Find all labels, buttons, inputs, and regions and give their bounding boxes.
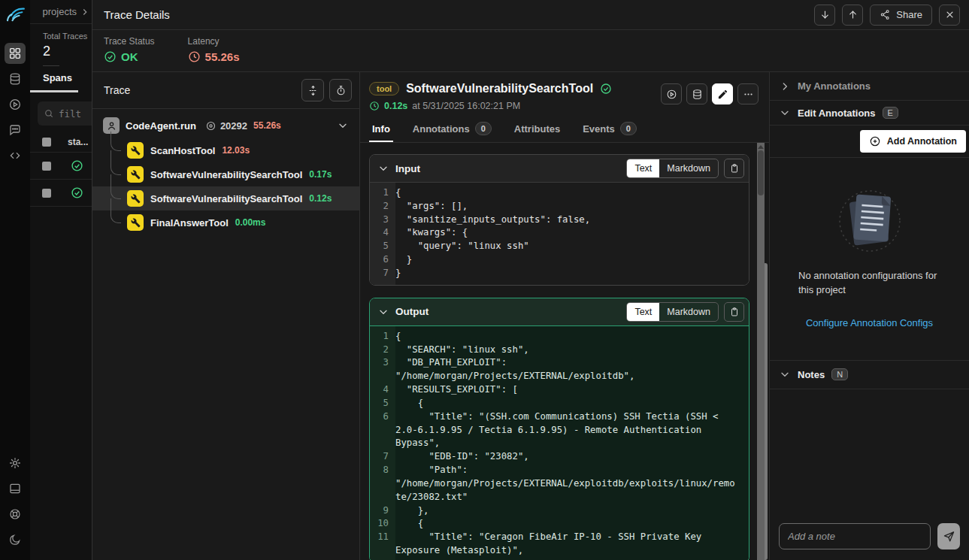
wrench-icon	[131, 146, 141, 156]
span-filter-input[interactable]: filt	[38, 101, 92, 126]
tab-spans[interactable]: Spans	[30, 72, 92, 83]
tab-attributes[interactable]: Attributes	[513, 119, 562, 142]
line-number: 1	[370, 186, 395, 200]
annotate-button[interactable]	[712, 83, 733, 104]
nav-projects[interactable]	[5, 43, 26, 64]
filter-text: filt	[59, 108, 81, 120]
phoenix-logo-icon[interactable]	[4, 5, 26, 27]
close-icon	[944, 9, 955, 20]
clock-icon	[188, 50, 201, 63]
trace-tree-span-FinalAnswerTool[interactable]: FinalAnswerTool0.00ms	[92, 210, 359, 235]
scrollbar-up-arrow[interactable]	[758, 145, 764, 149]
trace-status-bar: Trace Status OK Latency 55.26s	[92, 30, 969, 72]
table-row[interactable]	[30, 153, 92, 180]
line-text: }	[395, 267, 749, 280]
notes-title: Notes	[798, 369, 825, 380]
tab-info[interactable]: Info	[371, 119, 392, 142]
tab-count-badge: 0	[620, 122, 637, 135]
arrow-up-icon	[847, 9, 858, 20]
trace-tree-root-span[interactable]: CodeAgent.run 20292 55.26s	[92, 113, 359, 138]
settings-button[interactable]	[5, 453, 26, 474]
input-copy-button[interactable]	[724, 159, 744, 178]
plus-circle-icon	[869, 135, 881, 147]
send-note-button[interactable]	[937, 523, 960, 549]
note-input[interactable]	[779, 523, 931, 549]
output-text-toggle[interactable]: Text	[627, 303, 659, 321]
total-traces-label: Total Traces	[43, 32, 92, 41]
support-button[interactable]	[5, 504, 26, 525]
next-trace-button[interactable]	[814, 5, 835, 26]
input-card-header: Input Text Markdown	[370, 155, 749, 183]
previous-trace-button[interactable]	[842, 5, 863, 26]
select-all-checkbox[interactable]	[42, 138, 51, 147]
docs-button[interactable]	[5, 478, 26, 499]
tab-label: Annotations	[413, 123, 470, 135]
row-checkbox[interactable]	[42, 162, 51, 171]
edit-annotations-section-header[interactable]: Edit Annotations E	[770, 101, 969, 126]
total-traces-value: 2	[43, 44, 92, 59]
code-line: 2 "SEARCH": "linux ssh",	[370, 344, 749, 357]
scrollbar-thumb[interactable]	[758, 150, 764, 195]
chevron-down-icon[interactable]	[377, 162, 389, 174]
line-text: "SEARCH": "linux ssh",	[395, 344, 749, 357]
line-text: }	[395, 253, 749, 267]
nav-datasets[interactable]	[5, 68, 26, 89]
code-line: 8 "Path": "/home/morgan/Projects/EXTERNA…	[370, 464, 749, 504]
input-markdown-toggle[interactable]: Markdown	[659, 159, 718, 177]
output-copy-button[interactable]	[724, 302, 744, 322]
trace-tree-span-ScanHostTool[interactable]: ScanHostTool12.03s	[92, 138, 359, 162]
code-line: 7}	[370, 267, 749, 280]
input-text-toggle[interactable]: Text	[627, 159, 659, 177]
code-line: 3 "DB_PATH_EXPLOIT": "/home/morgan/Proje…	[370, 356, 749, 383]
theme-toggle[interactable]	[5, 529, 26, 550]
search-icon	[44, 108, 54, 119]
nav-prompts[interactable]	[5, 120, 26, 141]
configure-annotation-configs-link[interactable]: Configure Annotation Configs	[770, 317, 969, 328]
note-composer	[770, 516, 969, 560]
share-button[interactable]: Share	[870, 5, 932, 26]
breadcrumb-projects[interactable]: projects	[42, 6, 77, 17]
more-actions-button[interactable]	[737, 83, 759, 104]
trace-tree-span-SoftwareVulnerabilitySearchTool[interactable]: SoftwareVulnerabilitySearchTool0.17s	[92, 162, 359, 186]
trace-status-label: Trace Status	[104, 36, 155, 47]
notes-section-header[interactable]: Notes N	[770, 361, 969, 389]
close-button[interactable]	[939, 5, 960, 26]
chat-icon	[8, 123, 22, 137]
line-number: 10	[370, 517, 395, 531]
line-number: 5	[370, 240, 395, 253]
tab-annotations[interactable]: Annotations0	[411, 119, 493, 142]
expand-collapse-button[interactable]	[301, 79, 324, 101]
trace-details-panel: Trace Details Share Trace Status OK	[92, 0, 969, 560]
tool-icon	[127, 214, 144, 231]
wrench-icon	[131, 218, 141, 228]
chevron-down-icon[interactable]	[377, 306, 389, 318]
chevron-down-icon	[779, 368, 791, 380]
nav-apis[interactable]	[5, 145, 26, 166]
code-line: 4 "kwargs": {	[370, 226, 749, 240]
span-kind-badge: tool	[369, 82, 399, 95]
table-row[interactable]	[30, 180, 92, 207]
trace-tree-span-SoftwareVulnerabilitySearchTool[interactable]: SoftwareVulnerabilitySearchTool0.12s	[92, 186, 359, 210]
breadcrumb[interactable]: projects	[30, 0, 92, 24]
timing-button[interactable]	[329, 79, 352, 101]
main-scrollbar[interactable]	[757, 143, 765, 560]
line-number: 6	[370, 410, 395, 450]
span-name: SoftwareVulnerabilitySearchTool	[150, 169, 302, 180]
nav-playground[interactable]	[5, 94, 26, 115]
clipboard-icon	[729, 163, 740, 174]
tab-events[interactable]: Events0	[581, 119, 638, 142]
replay-button[interactable]	[661, 83, 682, 104]
row-checkbox[interactable]	[42, 189, 51, 198]
trace-tree-panel: Trace CodeAgent.run 20292 55.26	[92, 72, 360, 560]
input-card: Input Text Markdown 1{2 "args": [],3 "sa…	[369, 154, 749, 286]
my-annotations-section-header[interactable]: My Annotations	[770, 72, 969, 101]
empty-state-message: No annotation configurations for this pr…	[798, 269, 951, 298]
add-annotation-button[interactable]: Add Annotation	[860, 130, 966, 153]
collapse-root-chevron[interactable]	[337, 120, 349, 132]
code-line: 9 },	[370, 504, 749, 518]
line-number: 4	[370, 383, 395, 397]
add-to-dataset-button[interactable]	[686, 83, 707, 104]
output-markdown-toggle[interactable]: Markdown	[659, 303, 718, 321]
span-title: SoftwareVulnerabilitySearchTool	[406, 82, 593, 95]
line-text: "RESULTS_EXPLOIT": [	[395, 383, 749, 397]
